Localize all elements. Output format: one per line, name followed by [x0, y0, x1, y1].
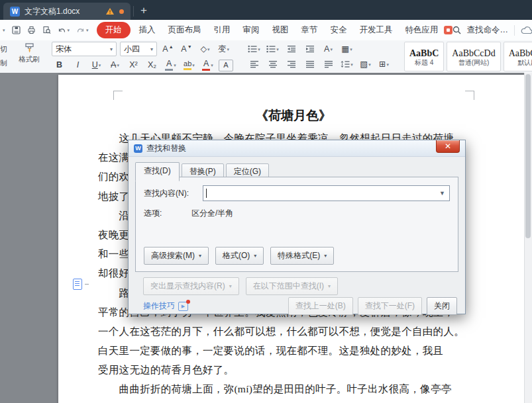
document-tab[interactable]: W 文字文稿1.docx [3, 3, 131, 20]
phonetic-guide-button[interactable]: 变▾ [216, 43, 231, 56]
search-icon [452, 26, 461, 34]
strikethrough-button[interactable]: A▾ [107, 59, 123, 71]
numbering-button[interactable]: ▾ [265, 43, 280, 56]
tips-link[interactable]: 操作技巧 ▶ [143, 300, 188, 312]
doc-line: 白天里一定要做的事，一定要说的话，现在都不理。这是独处的妙处，我且 [98, 341, 496, 360]
ribbon-tab-special-apps[interactable]: 特色应用 [405, 24, 439, 36]
format-painter-icon [24, 42, 35, 54]
tab-find[interactable]: 查找(D) [135, 162, 180, 181]
dialog-titlebar[interactable]: W 查找和替换 [129, 140, 465, 157]
text-grid-button[interactable]: ▦▾ [339, 43, 354, 56]
shrink-font-button[interactable]: A▼ [179, 43, 194, 56]
scrollbar-thumb[interactable] [525, 74, 531, 238]
find-replace-dialog: W 查找和替换 ✕ 查找(D) 替换(P) 定位(G) 查找内容(N): ▼ 选… [128, 140, 466, 314]
ribbon-tab-home[interactable]: 开始 [97, 22, 131, 38]
special-format-button[interactable]: 特殊格式(E)▾ [270, 247, 334, 265]
distribute-button[interactable] [321, 58, 336, 71]
file-menu-caret-icon[interactable]: ▾ [3, 28, 5, 33]
cut-button[interactable]: 剪切 [0, 44, 7, 54]
text-effects-button[interactable]: ◇▾ [197, 43, 213, 56]
find-content-label: 查找内容(N): [144, 188, 203, 199]
ribbon-tab-review[interactable]: 审阅 [243, 24, 260, 36]
redo-caret-icon[interactable]: ▾ [86, 28, 89, 33]
line-spacing-button[interactable]: ▾ [339, 58, 354, 71]
align-left-button[interactable] [246, 58, 262, 71]
undo-button[interactable]: ▾ [58, 26, 70, 34]
wordart-button[interactable]: A▾ [163, 59, 178, 71]
align-right-button[interactable] [284, 58, 299, 71]
highlight-results-button[interactable]: 突出显示查找内容(R)▾ [143, 277, 239, 295]
text-cursor [206, 189, 207, 198]
bold-button[interactable]: B [52, 59, 67, 71]
undo-caret-icon[interactable]: ▾ [68, 28, 70, 33]
subscript-button[interactable]: X₂ [144, 59, 160, 71]
options-value: 区分全/半角 [191, 208, 233, 219]
margin-page-icon[interactable] [73, 279, 89, 290]
align-center-button[interactable] [265, 58, 280, 71]
dialog-close-icon[interactable]: ✕ [436, 140, 460, 153]
find-input[interactable]: ▼ [203, 185, 450, 201]
format-dropdown-button[interactable]: 格式(O)▾ [215, 247, 264, 265]
tab-separator [133, 6, 134, 17]
print-button[interactable] [27, 26, 36, 34]
promo-icon[interactable] [444, 26, 452, 34]
font-color-button[interactable]: A▾ [200, 59, 215, 71]
ribbon-tab-section[interactable]: 章节 [301, 24, 318, 36]
ribbon-tab-reference[interactable]: 引用 [214, 24, 231, 36]
quick-access-toolbar: ▾ ▾ ▾ [3, 26, 89, 34]
menubar-right: 查找命令… 有异常 ▾ [452, 24, 532, 36]
borders-button[interactable]: ⊞▾ [376, 58, 392, 71]
divider [514, 25, 515, 36]
ribbon-tab-insert[interactable]: 插入 [139, 24, 156, 36]
chevron-down-icon: ▾ [110, 46, 113, 52]
style-card-default-paragraph[interactable]: AaBbCcDd 默认段... [504, 42, 532, 71]
increase-indent-button[interactable] [302, 43, 317, 56]
doc-line: 一个人在这苍茫的月下，什么都可以想，什么都可以不想，便觉是个自由的人。 [98, 322, 496, 341]
character-border-button[interactable]: A [219, 60, 233, 71]
font-size-select[interactable]: 小四▾ [120, 42, 157, 56]
grow-font-button[interactable]: A▲ [160, 43, 176, 56]
margin-crop-mark-left [113, 91, 123, 100]
save-button[interactable] [12, 26, 21, 34]
ribbon-tab-view[interactable]: 视图 [272, 24, 289, 36]
justify-button[interactable] [302, 58, 317, 71]
italic-button[interactable]: I [70, 59, 85, 71]
format-toolbar: 剪切 复制 格式刷 宋体▾ 小四▾ [0, 40, 532, 73]
search-range-button[interactable]: 在以下范围中查找(I)▾ [246, 277, 338, 295]
find-command-entry[interactable]: 查找命令… [467, 24, 509, 36]
new-tab-button[interactable]: + [140, 5, 147, 16]
highlight-button[interactable]: ab▾ [182, 59, 197, 71]
print-preview-button[interactable] [42, 26, 51, 34]
doc-line: 曲曲折折的荷塘上面，弥(mí)望的是田田的叶子。叶子出水很高，像亭亭 [98, 379, 496, 398]
copy-button[interactable]: 复制 [0, 58, 7, 68]
warning-icon[interactable] [105, 7, 115, 15]
ribbon-tab-layout[interactable]: 页面布局 [168, 24, 201, 36]
tips-icon[interactable]: ▶ [178, 302, 188, 311]
paragraph-group: ▾ ▾ A▾ ▦▾ ▾ ▧▾ ⊞▾ [242, 40, 396, 73]
find-previous-button[interactable]: 查找上一处(B) [288, 297, 353, 315]
combo-dropdown-icon[interactable]: ▼ [438, 190, 447, 197]
chevron-down-icon: ▾ [150, 46, 153, 52]
style-card-heading4[interactable]: AaBbC 标题 4 [404, 42, 444, 71]
bullets-button[interactable]: ▾ [246, 43, 262, 56]
find-next-button[interactable]: 查找下一处(F) [358, 297, 422, 315]
font-family-select[interactable]: 宋体▾ [52, 42, 117, 56]
underline-button[interactable]: U▾ [89, 59, 104, 71]
advanced-search-button[interactable]: 高级搜索(M)▾ [144, 247, 209, 265]
vertical-scrollbar[interactable] [524, 73, 532, 403]
ribbon-tab-security[interactable]: 安全 [331, 24, 347, 36]
text-direction-button[interactable]: A▾ [321, 43, 336, 56]
shading-button[interactable]: ▧▾ [358, 58, 373, 71]
doc-line: 的舞女的裙。层层的叶子中间，零星地点缀着些白花，有袅娜地开着的，有羞 [98, 399, 496, 403]
format-painter-button[interactable]: 格式刷 [16, 42, 42, 64]
redo-button[interactable]: ▾ [76, 26, 89, 34]
document-title: 《荷塘月色》 [98, 107, 489, 124]
superscript-button[interactable]: X² [126, 59, 141, 71]
margin-crop-mark-right [465, 91, 474, 100]
decrease-indent-button[interactable] [284, 43, 299, 56]
style-card-normal-web[interactable]: AaBbCcDd 普通(网站) [447, 42, 500, 71]
ribbon-tab-devtools[interactable]: 开发工具 [360, 24, 393, 36]
font-group: 宋体▾ 小四▾ A▲ A▼ ◇▾ 变▾ B I U▾ A▾ X² X₂ A▾ a… [48, 40, 237, 73]
clipboard-group: 剪切 复制 格式刷 [0, 40, 42, 73]
close-button[interactable]: 关闭 [427, 297, 457, 315]
